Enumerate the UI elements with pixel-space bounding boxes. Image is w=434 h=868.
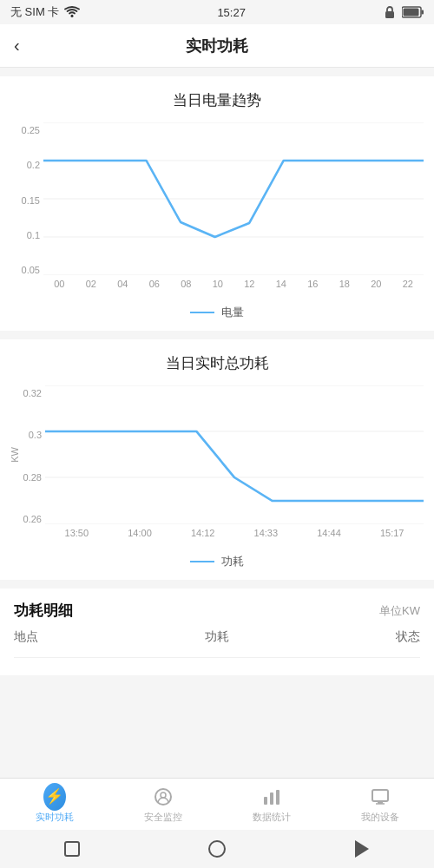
barchart-icon — [261, 786, 282, 807]
bolt-icon: ⚡ — [43, 783, 66, 811]
tab-my-devices[interactable]: 我的设备 — [326, 786, 434, 824]
tab-data-stats-label: 数据统计 — [253, 811, 291, 824]
nav-square-button[interactable] — [56, 838, 88, 859]
tab-security-monitor[interactable]: 安全监控 — [108, 786, 217, 824]
chart1-x6: 10 — [202, 279, 234, 289]
chart1-x8: 14 — [266, 279, 298, 289]
status-right — [383, 5, 424, 19]
detail-col-status: 状态 — [285, 629, 420, 645]
chart1-legend: 电量 — [10, 305, 424, 320]
tab-data-stats-icon — [260, 786, 283, 808]
chart1-y3: 0.15 — [22, 196, 40, 206]
chart2-y2: 0.28 — [23, 473, 42, 483]
chart1-x4: 06 — [139, 279, 171, 289]
tab-realtime-power[interactable]: ⚡ 实时功耗 — [0, 786, 108, 824]
header: ‹ 实时功耗 — [0, 24, 434, 68]
svg-rect-16 — [264, 797, 267, 805]
device-icon — [370, 786, 391, 807]
tab-security-monitor-label: 安全监控 — [144, 811, 182, 824]
chart2-x2: 14:00 — [108, 528, 172, 538]
chart1-card: 当日电量趋势 0.25 0.2 0.15 0.1 0.05 — [0, 76, 434, 331]
svg-rect-17 — [270, 792, 273, 805]
detail-header: 功耗明细 单位KW — [14, 601, 420, 621]
chart1-svg — [43, 122, 424, 275]
chart2-y4: 0.32 — [23, 389, 42, 398]
chart1-title: 当日电量趋势 — [10, 90, 424, 110]
shield-icon — [153, 786, 174, 807]
detail-col-location: 地点 — [14, 629, 149, 645]
chart2-x3: 14:12 — [171, 528, 234, 538]
chart1-x7: 12 — [233, 279, 266, 289]
nav-back-button[interactable] — [346, 838, 378, 859]
chart2-x6: 15:17 — [360, 528, 424, 538]
chart1-x2: 02 — [76, 279, 108, 289]
chart1-x-axis: 00 02 04 06 08 10 12 14 16 18 20 22 — [43, 279, 424, 289]
chart2-legend-label: 功耗 — [221, 554, 244, 569]
chart2-title: 当日实时总功耗 — [10, 353, 424, 373]
chart2-legend: 功耗 — [10, 554, 424, 569]
tab-data-stats[interactable]: 数据统计 — [217, 786, 326, 824]
svg-rect-4 — [403, 9, 418, 16]
chart1-legend-label: 电量 — [221, 305, 244, 320]
chart1-y1: 0.05 — [22, 266, 40, 275]
tab-my-devices-icon — [369, 786, 391, 808]
lock-icon — [383, 5, 397, 19]
sim-status: 无 SIM 卡 — [10, 4, 59, 20]
chart2-y3: 0.3 — [29, 431, 42, 440]
phone-nav — [0, 830, 434, 868]
chart2-x-axis: 13:50 14:00 14:12 14:33 14:44 15:17 — [45, 528, 424, 538]
detail-unit: 单位KW — [379, 603, 420, 619]
chart2-container: KW 0.32 0.3 0.28 0.26 — [10, 385, 424, 545]
tab-bar: ⚡ 实时功耗 安全监控 数据统计 — [0, 778, 434, 830]
chart2-svg — [45, 385, 424, 524]
chart1-x11: 20 — [360, 279, 392, 289]
svg-rect-19 — [372, 790, 388, 801]
chart1-x9: 16 — [297, 279, 329, 289]
tab-security-monitor-icon — [152, 786, 174, 808]
svg-point-0 — [71, 15, 74, 17]
tab-realtime-power-icon: ⚡ — [43, 786, 66, 808]
chart2-x5: 14:44 — [298, 528, 361, 538]
chart1-y4: 0.2 — [27, 161, 40, 170]
detail-columns: 地点 功耗 状态 — [14, 629, 420, 658]
square-icon — [64, 841, 80, 857]
battery-icon — [402, 6, 424, 18]
status-left: 无 SIM 卡 — [10, 4, 80, 20]
detail-title: 功耗明细 — [14, 601, 73, 621]
chart2-card: 当日实时总功耗 KW 0.32 0.3 0.28 0.26 — [0, 339, 434, 580]
svg-rect-3 — [421, 10, 424, 15]
chart1-x12: 22 — [392, 279, 424, 289]
page-title: 实时功耗 — [186, 36, 248, 56]
nav-home-button[interactable] — [201, 838, 233, 859]
status-time: 15:27 — [217, 6, 246, 19]
chart1-y2: 0.1 — [27, 231, 40, 240]
detail-section: 功耗明细 单位KW 地点 功耗 状态 — [0, 589, 434, 675]
chart1-legend-line — [190, 312, 214, 313]
chart2-legend-line — [190, 561, 214, 562]
chart1-x1: 00 — [43, 279, 76, 289]
chart1-y5: 0.25 — [22, 126, 40, 135]
tab-my-devices-label: 我的设备 — [361, 811, 399, 824]
chart1-x5: 08 — [170, 279, 202, 289]
chart1-x10: 18 — [329, 279, 361, 289]
chart2-x4: 14:33 — [234, 528, 298, 538]
chart1-container: 0.25 0.2 0.15 0.1 0.05 — [10, 122, 424, 296]
back-button[interactable]: ‹ — [14, 36, 20, 56]
chart2-x1: 13:50 — [45, 528, 108, 538]
chart1-x3: 04 — [107, 279, 139, 289]
svg-rect-1 — [385, 11, 394, 18]
wifi-icon — [64, 6, 80, 18]
arrow-icon — [355, 840, 369, 858]
svg-rect-18 — [276, 790, 279, 805]
tab-realtime-power-label: 实时功耗 — [36, 811, 74, 824]
status-bar: 无 SIM 卡 15:27 — [0, 0, 434, 24]
svg-point-15 — [161, 792, 166, 798]
circle-icon — [208, 840, 226, 858]
detail-col-power: 功耗 — [149, 629, 285, 645]
chart2-y1: 0.26 — [23, 515, 42, 524]
scroll-content: 当日电量趋势 0.25 0.2 0.15 0.1 0.05 — [0, 68, 434, 778]
